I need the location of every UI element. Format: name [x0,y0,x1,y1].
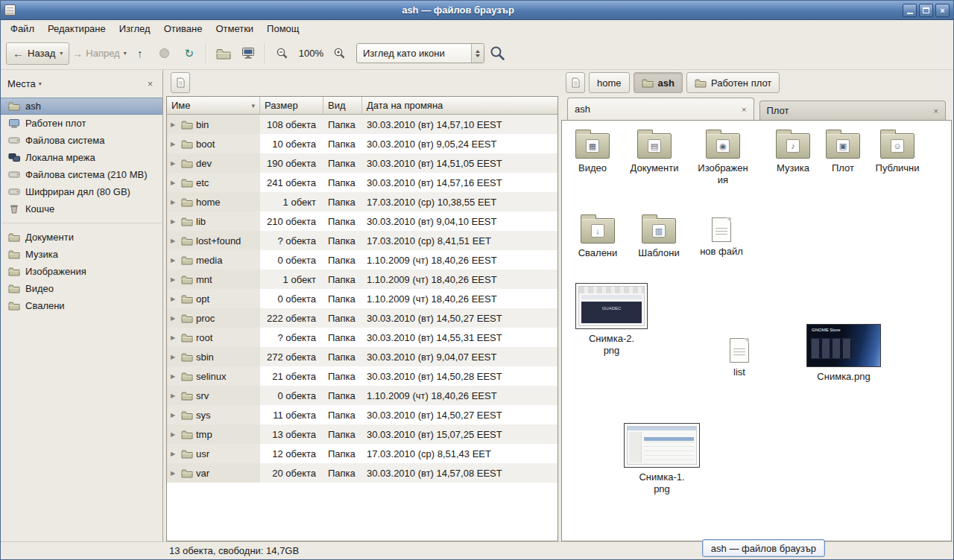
icon-view-item[interactable]: GNOME StoreСнимка.png [806,324,881,383]
icon-view-item[interactable]: нов файл [692,213,751,258]
menu-item-5[interactable]: Помощ [260,22,306,36]
column-header[interactable]: Вид [323,97,362,115]
sidebar-item[interactable]: Документи [1,229,162,246]
sidebar-item[interactable]: ash [1,98,162,115]
menu-item-2[interactable]: Изглед [113,22,157,36]
expander-icon[interactable]: ▶ [171,296,178,302]
table-row[interactable]: ▶tmp13 обектаПапка30.03.2010 (вт) 15,07,… [167,424,557,444]
reload-button[interactable]: ↻ [178,42,200,65]
combo-stepper[interactable] [471,44,484,63]
table-row[interactable]: ▶usr12 обектаПапка17.03.2010 (ср) 8,51,4… [167,444,557,463]
sidebar-item[interactable]: Файлова система (210 MB) [1,166,162,183]
menu-item-0[interactable]: Файл [4,22,41,36]
close-button[interactable]: × [935,4,950,17]
table-row[interactable]: ▶srv0 обектаПапка1.10.2009 (чт) 18,40,26… [167,386,557,405]
stop-button[interactable] [154,42,176,65]
table-row[interactable]: ▶root? обектаПапка30.03.2010 (вт) 14,55,… [167,328,557,347]
expander-icon[interactable]: ▶ [171,431,178,438]
sidebar-item[interactable]: Работен плот [1,115,162,132]
pathbar-button[interactable]: home [589,72,630,93]
minimize-button[interactable] [903,4,917,17]
table-row[interactable]: ▶var20 обектаПапка30.03.2010 (вт) 14,57,… [167,463,557,483]
sidebar-item[interactable]: Видео [1,280,162,297]
pathbar-button[interactable]: ash [634,72,683,93]
places-title[interactable]: Места [7,78,36,89]
forward-button[interactable]: → Напред ▾ [72,42,126,65]
expander-icon[interactable]: ▶ [171,160,178,167]
icon-view[interactable]: ▦Видео▤Документи◉Изображения♪Музика▣Плот… [561,120,952,541]
expander-icon[interactable]: ▶ [171,141,178,147]
expander-icon[interactable]: ▶ [171,334,178,341]
icon-view-item[interactable]: ▤Документи [625,128,684,174]
search-button[interactable] [487,42,509,65]
icon-view-item[interactable]: ◉Изображения [693,128,753,185]
tab-0[interactable]: ash× [567,98,754,120]
expander-icon[interactable]: ▶ [171,412,178,419]
expander-icon[interactable]: ▶ [171,373,178,380]
table-row[interactable]: ▶selinux21 обектаПапка30.03.2010 (вт) 14… [167,366,557,386]
sidebar-item[interactable]: Кошче [1,200,162,217]
tab-1[interactable]: Плот× [759,101,947,120]
table-row[interactable]: ▶mnt1 обектПапка1.10.2009 (чт) 18,40,26 … [167,270,557,289]
expander-icon[interactable]: ▶ [171,199,178,206]
zoom-in-button[interactable] [329,42,351,65]
zoom-out-button[interactable] [271,42,294,65]
expander-icon[interactable]: ▶ [171,257,178,264]
table-row[interactable]: ▶etc241 обектаПапка30.03.2010 (вт) 14,57… [167,173,557,192]
maximize-button[interactable] [919,4,933,17]
pathbar-root-button[interactable] [566,72,585,93]
tab-close-icon[interactable]: × [934,106,938,115]
view-mode-select[interactable]: Изглед като икони [356,43,484,63]
expander-icon[interactable]: ▶ [171,218,178,225]
up-button[interactable]: ↑ [129,42,151,65]
sidebar-item[interactable]: Изображения [1,263,162,280]
table-row[interactable]: ▶sbin272 обектаПапка30.03.2010 (вт) 9,04… [167,347,557,366]
sidebar-item[interactable]: Шифриран дял (80 GB) [1,183,162,200]
icon-view-item[interactable]: GUADECСнимка-2.png [575,283,648,356]
pathbar-button[interactable]: Работен плот [686,72,780,93]
home-button[interactable] [212,42,235,65]
icon-view-item[interactable]: ▦Видео [563,128,622,174]
icon-view-item[interactable]: list [717,334,762,378]
titlebar[interactable]: ash — файлов браузър × [1,1,953,20]
expander-icon[interactable]: ▶ [171,238,178,244]
table-row[interactable]: ▶lost+found? обектаПапка17.03.2010 (ср) … [167,231,557,250]
expander-icon[interactable]: ▶ [171,315,178,322]
expander-icon[interactable]: ▶ [171,470,178,477]
column-header[interactable]: Размер [260,97,323,115]
table-row[interactable]: ▶sys11 обектаПапка30.03.2010 (вт) 14,50,… [167,405,557,424]
table-row[interactable]: ▶boot10 обектаПапка30.03.2010 (вт) 9,05,… [167,134,557,153]
taskbar-window-button[interactable]: ash — файлов браузър [702,539,825,557]
expander-icon[interactable]: ▶ [171,451,178,457]
menu-item-4[interactable]: Отметки [209,22,260,36]
menu-item-3[interactable]: Отиване [157,22,209,36]
icon-view-item[interactable]: ↓Свалени [568,213,628,259]
menu-item-1[interactable]: Редактиране [41,22,113,36]
table-row[interactable]: ▶opt0 обектаПапка1.10.2009 (чт) 18,40,26… [167,289,557,308]
expander-icon[interactable]: ▶ [171,354,178,360]
icon-view-item[interactable]: ☺Публични [868,128,927,174]
sidebar-item[interactable]: Файлова система [1,132,162,149]
back-button[interactable]: ← Назад ▾ [6,42,69,65]
expander-icon[interactable]: ▶ [171,276,178,283]
expander-icon[interactable]: ▶ [171,121,178,128]
expander-icon[interactable]: ▶ [171,392,178,399]
table-row[interactable]: ▶bin108 обектаПапка30.03.2010 (вт) 14,57… [167,115,557,134]
table-row[interactable]: ▶dev190 обектаПапка30.03.2010 (вт) 14,51… [167,153,557,173]
column-header[interactable]: Дата на промяна [362,97,557,115]
sidebar-item[interactable]: Свалени [1,297,162,314]
table-row[interactable]: ▶home1 обектПапка17.03.2010 (ср) 10,38,5… [167,192,557,211]
sidebar-item[interactable]: Музика [1,246,162,263]
tab-close-icon[interactable]: × [742,105,746,114]
left-pane-path-button[interactable] [171,72,190,93]
icon-view-item[interactable]: ▥Шаблони [629,213,689,259]
column-header[interactable]: Име▾ [167,97,260,115]
table-row[interactable]: ▶proc222 обектаПапка30.03.2010 (вт) 14,5… [167,308,557,328]
computer-button[interactable] [237,42,259,65]
table-row[interactable]: ▶media0 обектаПапка1.10.2009 (чт) 18,40,… [167,250,557,270]
icon-view-item[interactable]: Снимка-1.png [624,423,700,494]
sidebar-item[interactable]: Локална мрежа [1,149,162,166]
expander-icon[interactable]: ▶ [171,179,178,186]
places-close-button[interactable]: × [145,77,156,91]
icon-view-item[interactable]: ▣Плот [813,128,873,174]
